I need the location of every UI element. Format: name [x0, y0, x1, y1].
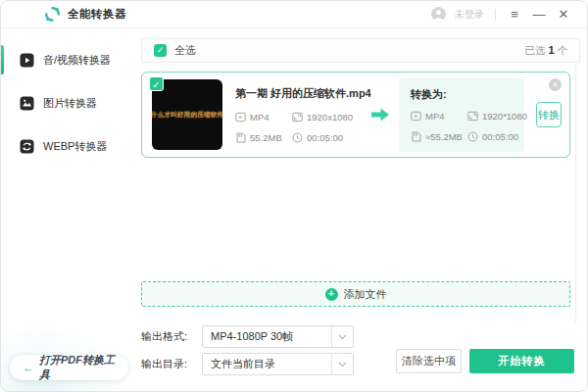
- pdf-tool-label: 打开PDF转换工具: [39, 353, 116, 382]
- output-directory-row: 输出目录: 文件当前目录: [141, 353, 354, 375]
- clock-icon: [467, 131, 478, 142]
- convert-button[interactable]: 转换: [536, 102, 562, 127]
- add-file-button[interactable]: + 添加文件: [141, 281, 570, 307]
- webp-converter-icon: [20, 139, 34, 154]
- target-duration: 00:05:00: [467, 131, 527, 142]
- target-duration-value: 00:05:00: [482, 131, 518, 142]
- video-converter-icon: [20, 53, 34, 68]
- sidebar-item-label: 音/视频转换器: [43, 53, 111, 68]
- clear-selected-button[interactable]: 清除选中项: [396, 349, 462, 373]
- convert-arrow-icon: [370, 107, 390, 122]
- clock-icon: [292, 132, 303, 143]
- target-title: 转换为:: [411, 87, 513, 102]
- remove-file-icon[interactable]: ✕: [549, 78, 562, 91]
- source-size-value: 55.2MB: [250, 132, 282, 143]
- sidebar-item-label: WEBP转换器: [43, 139, 107, 154]
- output-directory-value: 文件当前目录: [203, 357, 331, 371]
- output-format-value: MP4-1080P 30帧: [203, 329, 331, 344]
- resolution-icon: [292, 112, 303, 122]
- target-format: MP4: [411, 111, 467, 122]
- source-resolution: 1920x1080: [292, 112, 365, 122]
- source-file-info: 第一期 好用的压缩软件.mp4 MP4 1920x1080 55.2MB: [235, 86, 365, 143]
- sidebar: 音/视频转换器 图片转换器 WEBP转换器 ← 打开PDF: [1, 28, 128, 391]
- avatar-icon[interactable]: [431, 7, 446, 22]
- close-icon[interactable]: ✕: [556, 7, 571, 23]
- app-logo-icon: [44, 6, 61, 23]
- thumbnail-wrapper: 什么才叫好用的压缩软件 ✓: [152, 79, 222, 150]
- size-icon: [411, 131, 421, 142]
- titlebar: 全能转换器 未登录 ≡ — ✕: [1, 1, 587, 28]
- resolution-icon: [467, 111, 478, 122]
- select-all-bar: ✓ 全选 已选1个: [141, 38, 580, 63]
- image-converter-icon: [20, 96, 34, 111]
- select-all-label: 全选: [174, 43, 196, 58]
- add-file-label: 添加文件: [344, 287, 387, 302]
- source-resolution-value: 1920x1080: [307, 112, 353, 122]
- chevron-down-icon: [331, 354, 353, 374]
- target-size-value: ≈55.2MB: [425, 131, 463, 142]
- selected-count-text: 已选1个: [524, 44, 567, 58]
- select-all-checkbox[interactable]: ✓: [154, 44, 167, 57]
- target-resolution: 1920*1080: [467, 111, 527, 122]
- source-duration: 00:05:00: [292, 132, 365, 143]
- login-status[interactable]: 未登录: [455, 8, 484, 22]
- output-directory-select[interactable]: 文件当前目录: [202, 353, 354, 375]
- file-card: 什么才叫好用的压缩软件 ✓ 第一期 好用的压缩软件.mp4 MP4 1920x1…: [141, 72, 570, 158]
- source-format-value: MP4: [250, 112, 270, 122]
- open-pdf-tool-button[interactable]: ← 打开PDF转换工具: [10, 355, 128, 380]
- sidebar-item-av-converter[interactable]: 音/视频转换器: [1, 42, 128, 77]
- source-format: MP4: [235, 112, 292, 122]
- plus-icon: +: [325, 288, 338, 301]
- format-icon: [411, 111, 421, 122]
- file-checkbox[interactable]: ✓: [149, 76, 164, 91]
- target-spec-grid: MP4 1920*1080 ≈55.2MB 00:05:00: [411, 111, 513, 142]
- left-arrow-icon: ←: [23, 361, 34, 374]
- selected-suffix: 个: [558, 44, 568, 56]
- source-size: 55.2MB: [235, 132, 292, 143]
- size-icon: [235, 132, 246, 143]
- menu-icon[interactable]: ≡: [507, 7, 522, 23]
- output-directory-label: 输出目录:: [141, 357, 202, 371]
- titlebar-divider: [495, 9, 496, 21]
- app-title: 全能转换器: [68, 7, 126, 22]
- output-format-row: 输出格式: MP4-1080P 30帧: [141, 325, 354, 348]
- format-icon: [235, 112, 246, 122]
- minimize-icon[interactable]: —: [531, 7, 547, 23]
- target-size: ≈55.2MB: [411, 131, 467, 142]
- titlebar-right: 未登录 ≡ — ✕: [431, 7, 587, 23]
- target-info-box: 转换为: MP4 1920*1080 ≈55.2MB: [399, 78, 524, 152]
- app-window: 全能转换器 未登录 ≡ — ✕ 音/视频转换器: [0, 0, 588, 392]
- target-resolution-value: 1920*1080: [482, 111, 527, 122]
- chevron-down-icon: [331, 326, 353, 347]
- start-convert-button[interactable]: 开始转换: [469, 349, 574, 373]
- sidebar-item-label: 图片转换器: [43, 96, 97, 111]
- source-duration-value: 00:05:00: [307, 132, 343, 143]
- output-format-select[interactable]: MP4-1080P 30帧: [202, 325, 354, 348]
- source-spec-grid: MP4 1920x1080 55.2MB 00:05:00: [235, 112, 365, 143]
- output-format-label: 输出格式:: [141, 329, 202, 344]
- selected-prefix: 已选: [524, 44, 545, 56]
- target-format-value: MP4: [425, 111, 445, 122]
- sidebar-item-image-converter[interactable]: 图片转换器: [1, 85, 128, 121]
- sidebar-item-webp-converter[interactable]: WEBP转换器: [1, 128, 128, 164]
- selected-count: 1: [548, 44, 554, 56]
- file-name: 第一期 好用的压缩软件.mp4: [235, 86, 365, 101]
- active-indicator: [1, 45, 4, 74]
- thumbnail-caption: 什么才叫好用的压缩软件: [152, 111, 222, 120]
- main-panel: ✓ 全选 已选1个 什么才叫好用的压缩软件 ✓ 第一期 好用的压缩软件.mp4: [128, 28, 587, 391]
- scrollbar-track[interactable]: [575, 64, 576, 322]
